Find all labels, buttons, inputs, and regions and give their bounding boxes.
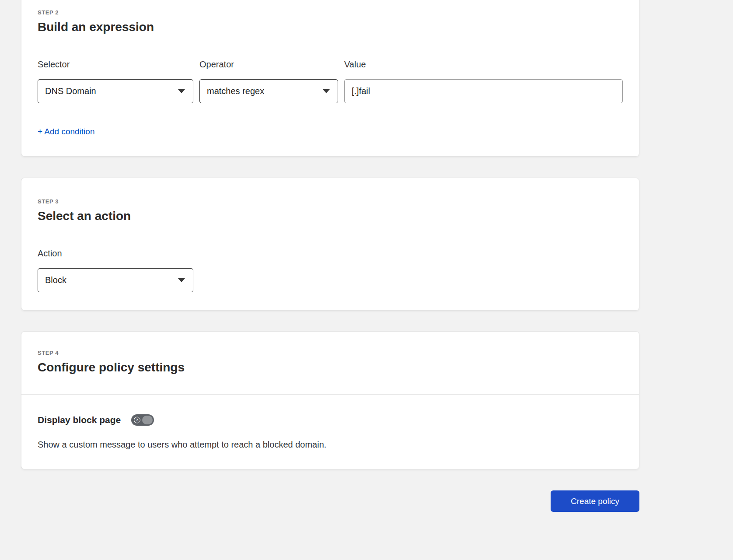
create-policy-button[interactable]: Create policy bbox=[551, 490, 639, 512]
value-field: Value bbox=[344, 60, 623, 103]
operator-field: Operator matches regex bbox=[199, 60, 338, 103]
operator-dropdown[interactable]: matches regex bbox=[199, 79, 338, 103]
step3-card: STEP 3 Select an action Action Block bbox=[21, 178, 639, 311]
selector-selected-value: DNS Domain bbox=[45, 86, 96, 96]
selector-dropdown[interactable]: DNS Domain bbox=[38, 79, 193, 103]
step4-card: STEP 4 Configure policy settings Display… bbox=[21, 331, 639, 469]
step4-body: Display block page ✕ Show a custom messa… bbox=[21, 395, 639, 450]
expression-fields-row: Selector DNS Domain Operator matches reg… bbox=[38, 60, 623, 103]
step2-eyebrow: STEP 2 bbox=[38, 9, 623, 16]
toggle-off-icon: ✕ bbox=[134, 417, 140, 424]
step2-title: Build an expression bbox=[38, 20, 623, 34]
selector-label: Selector bbox=[38, 60, 193, 70]
toggle-knob bbox=[142, 416, 153, 424]
display-block-page-toggle[interactable]: ✕ bbox=[131, 414, 154, 426]
step4-eyebrow: STEP 4 bbox=[38, 350, 623, 356]
step2-card: STEP 2 Build an expression Selector DNS … bbox=[21, 0, 639, 157]
selector-field: Selector DNS Domain bbox=[38, 60, 193, 103]
value-label: Value bbox=[344, 60, 623, 70]
display-block-page-row: Display block page ✕ bbox=[38, 414, 623, 426]
chevron-down-icon bbox=[323, 89, 330, 93]
operator-label: Operator bbox=[199, 60, 338, 70]
display-block-page-description: Show a custom message to users who attem… bbox=[38, 440, 623, 450]
chevron-down-icon bbox=[178, 278, 185, 282]
action-field: Action Block bbox=[38, 248, 623, 292]
step3-eyebrow: STEP 3 bbox=[38, 198, 623, 205]
operator-selected-value: matches regex bbox=[207, 86, 264, 96]
action-label: Action bbox=[38, 248, 623, 259]
chevron-down-icon bbox=[178, 89, 185, 93]
action-selected-value: Block bbox=[45, 275, 66, 285]
step4-title: Configure policy settings bbox=[38, 360, 623, 374]
value-input[interactable] bbox=[344, 79, 623, 103]
step3-title: Select an action bbox=[38, 209, 623, 223]
step4-header: STEP 4 Configure policy settings bbox=[21, 332, 639, 374]
action-dropdown[interactable]: Block bbox=[38, 268, 193, 292]
add-condition-link[interactable]: + Add condition bbox=[38, 127, 94, 136]
display-block-page-label: Display block page bbox=[38, 415, 121, 425]
